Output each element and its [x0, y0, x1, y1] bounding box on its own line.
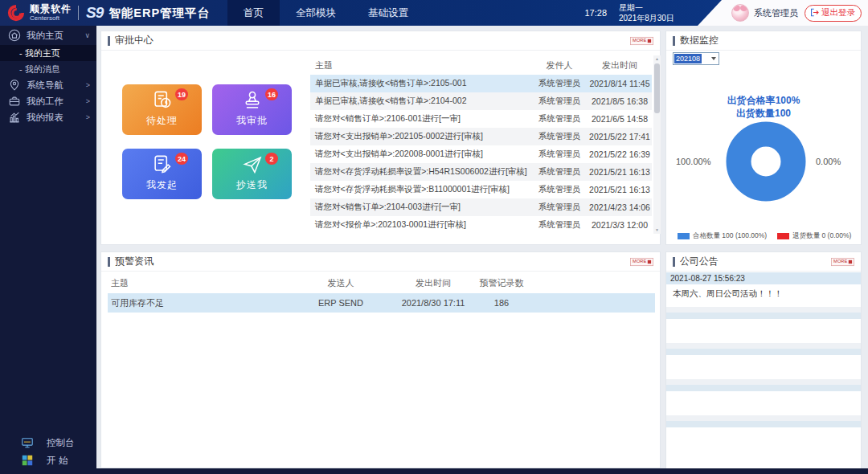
notice-item-time [666, 385, 861, 391]
notice-list: 2021-08-27 15:56:23 本周六、周日公司活动！！！ [666, 272, 861, 468]
brand-text: 顺景软件 Centersoft [30, 4, 72, 22]
notice-item-body [666, 355, 861, 379]
more-label: MORE [633, 39, 646, 43]
cell-time: 2021/5/21 16:13 [588, 185, 652, 194]
cell-time: 2021/5/22 17:41 [588, 132, 652, 141]
nav-tab-all-modules[interactable]: 全部模块 [280, 0, 352, 26]
sidebar-item-system-nav[interactable]: 系统导航 > [0, 77, 96, 93]
paper-plane-icon [242, 154, 263, 175]
cell-time: 2021/4/23 14:06 [588, 202, 652, 212]
brand-name: 顺景软件 [30, 4, 72, 14]
table-row[interactable]: 请您对<销售订单>:2104-003进行[一审] 系统管理员 2021/4/23… [310, 198, 652, 216]
table-row[interactable]: 单据已审核,请接收<销售订单>:2105-001 系统管理员 2021/8/14… [310, 75, 652, 92]
sidebar-item-label: 我的工作 [27, 96, 63, 108]
table-row[interactable]: 请您对<存货浮动耗损率设置>:H54R1S006002进行[审核] 系统管理员 … [310, 163, 652, 181]
cell-sender: 系统管理员 [531, 202, 588, 213]
logout-button[interactable]: 退出登录 [805, 5, 862, 22]
approval-more-button[interactable]: MORE [630, 36, 653, 44]
table-row[interactable]: 请您对<销售订单>:2106-001进行[一审] 系统管理员 2021/6/5 … [310, 110, 652, 128]
stamp-icon [242, 90, 263, 111]
alerts-table: 主题 发送人 发出时间 预警记录数 可用库存不足 ERP SEND 2021/8… [108, 274, 655, 313]
alerts-panel: 预警资讯 MORE 主题 发送人 发出时间 预警记录数 可用库存不足 ERP S… [100, 251, 661, 468]
start-button[interactable]: 开 始 [0, 452, 96, 469]
table-row[interactable]: 请您对<支出报销单>:202008-0001进行[审核] 系统管理员 2021/… [310, 145, 652, 163]
col-time: 发出时间 [393, 277, 473, 289]
cell-sender: 系统管理员 [531, 166, 588, 178]
col-subject: 主题 [310, 59, 531, 72]
sidebar: 我的主页 ∨ - 我的主页 - 我的消息 系统导航 > 我的工作 > [0, 26, 96, 474]
tile-label: 我发起 [122, 178, 202, 192]
header-right: 17:28 星期一 2021年8月30日 系统管理员 退出登录 [584, 0, 868, 26]
nav-tab-home[interactable]: 首页 [227, 0, 280, 26]
donut-left-label: 100.00% [676, 157, 710, 166]
notice-panel: 公司公告 MORE 2021-08-27 15:56:23 本周六、周日公司活动… [665, 251, 862, 468]
briefcase-icon [8, 95, 21, 108]
alerts-more-button[interactable]: MORE [630, 257, 653, 265]
col-sender: 发送人 [289, 277, 393, 289]
document-pencil-icon [152, 154, 173, 175]
notice-item-time[interactable]: 2021-08-27 15:56:23 [666, 272, 861, 284]
tile-cc-me[interactable]: 2 抄送我 [212, 149, 292, 199]
chevron-right-icon: > [86, 97, 90, 105]
cell-subject: 请您对<支出报销单>:202008-0001进行[审核] [310, 149, 531, 160]
cell-time: 2021/8/14 11:45 [588, 79, 652, 88]
cc-me-count-badge: 2 [265, 153, 278, 165]
table-scrollbar[interactable]: ▲ ▼ [653, 55, 661, 234]
monitor-panel-title: 数据监控 [666, 31, 861, 51]
notice-more-button[interactable]: MORE [831, 257, 854, 265]
nav-tab-basic-settings[interactable]: 基础设置 [352, 0, 424, 26]
date-box: 星期一 2021年8月30日 [619, 2, 693, 24]
notice-item-time [666, 313, 861, 319]
cell-time: 2021/6/5 14:58 [588, 114, 652, 124]
tile-my-approvals[interactable]: 16 我审批 [212, 84, 292, 135]
more-icon [648, 259, 651, 263]
legend-swatch-blue [678, 233, 690, 239]
sidebar-item-my-reports[interactable]: 我的报表 > [0, 109, 96, 125]
sidebar-item-my-messages[interactable]: - 我的消息 [0, 61, 96, 77]
chart-legend: 合格数量 100 (100.00%) 退货数量 0 (0.00%) [678, 231, 851, 241]
notice-item-body[interactable]: 本周六、周日公司活动！！！ [666, 284, 861, 307]
tile-pending[interactable]: 19 待处理 [122, 84, 202, 135]
table-row[interactable]: 请您对<报价单>:202103-0001进行[审核] 系统管理员 2021/3/… [310, 216, 652, 234]
top-header: 顺景软件 Centersoft S9 智能ERP管理平台 首页 全部模块 基础设… [0, 0, 868, 26]
avatar[interactable] [731, 4, 749, 22]
table-row[interactable]: 请您对<支出报销单>:202105-0002进行[审核] 系统管理员 2021/… [310, 128, 652, 145]
more-label: MORE [633, 259, 646, 264]
sidebar-item-my-home-child[interactable]: - 我的主页 [0, 45, 96, 61]
chevron-down-icon: ∨ [84, 31, 90, 39]
notice-item-time [666, 349, 861, 355]
scroll-up-arrow[interactable]: ▲ [653, 55, 661, 63]
weekday: 星期一 [619, 2, 693, 14]
approval-table: 主题 发件人 发出时间 单据已审核,请接收<销售订单>:2105-001 系统管… [310, 55, 652, 234]
sidebar-item-my-work[interactable]: 我的工作 > [0, 93, 96, 109]
sidebar-item-my-home[interactable]: 我的主页 ∨ [0, 26, 96, 45]
panel-title-text: 数据监控 [680, 34, 719, 47]
cell-time: 2021/8/30 17:11 [393, 298, 473, 308]
brand: 顺景软件 Centersoft S9 智能ERP管理平台 [0, 3, 210, 22]
scroll-down-arrow[interactable]: ▼ [653, 227, 661, 234]
pass-rate-text: 出货合格率100% [666, 94, 861, 108]
cell-count: 186 [473, 298, 530, 308]
title-accent-bar [673, 257, 675, 267]
table-row[interactable]: 可用库存不足 ERP SEND 2021/8/30 17:11 186 [108, 293, 655, 313]
cell-subject: 请您对<支出报销单>:202105-0002进行[审核] [310, 131, 531, 142]
console-button[interactable]: 控制台 [0, 434, 96, 452]
start-label: 开 始 [47, 455, 68, 467]
pending-count-badge: 19 [175, 88, 188, 100]
donut-right-label: 0.00% [816, 157, 841, 166]
legend-item-pass: 合格数量 100 (100.00%) [678, 231, 767, 241]
table-row[interactable]: 请您对<存货浮动耗损率设置>:B11000001进行[审核] 系统管理员 202… [310, 181, 652, 198]
console-label: 控制台 [47, 437, 75, 449]
legend-item-return: 退货数量 0 (0.00%) [777, 231, 851, 241]
scroll-thumb[interactable] [654, 63, 660, 113]
tile-my-initiated[interactable]: 24 我发起 [122, 149, 202, 199]
my-approvals-count-badge: 16 [265, 88, 278, 100]
notice-item-body [666, 319, 861, 343]
table-row[interactable]: 单据已审核,请接收<销售订单>:2104-002 系统管理员 2021/8/5 … [310, 92, 652, 110]
notice-item-body [666, 427, 861, 474]
legend-label: 合格数量 100 (100.00%) [693, 231, 767, 241]
title-accent-bar [108, 36, 110, 46]
chevron-right-icon: > [86, 113, 90, 121]
data-monitor-panel: 数据监控 202108 出货合格率100% 出货数量100 100.00% 0.… [665, 31, 862, 245]
period-select[interactable]: 202108 [673, 52, 719, 65]
